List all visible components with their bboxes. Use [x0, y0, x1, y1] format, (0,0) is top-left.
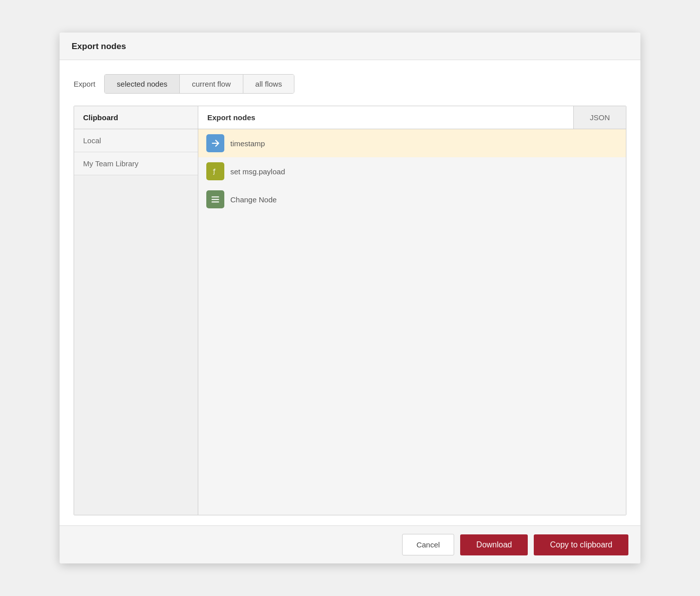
- dialog-footer: Cancel Download Copy to clipboard: [60, 525, 640, 563]
- tab-current-flow[interactable]: current flow: [180, 75, 243, 93]
- main-top-bar: Export nodes JSON: [198, 106, 626, 129]
- tab-all-flows[interactable]: all flows: [243, 75, 294, 93]
- download-button[interactable]: Download: [460, 534, 528, 555]
- export-label: Export: [74, 80, 95, 88]
- svg-text:ƒ: ƒ: [212, 168, 216, 175]
- node-item-set-msg-payload[interactable]: ƒ set msg.payload: [198, 157, 626, 185]
- sidebar-item-local[interactable]: Local: [74, 129, 198, 152]
- main-panel-title: Export nodes: [198, 106, 574, 129]
- node-item-timestamp[interactable]: timestamp: [198, 129, 626, 157]
- nodes-list: timestamp ƒ set msg.payload: [198, 129, 626, 515]
- export-nodes-dialog: Export nodes Export selected nodes curre…: [60, 33, 640, 563]
- format-json-button[interactable]: JSON: [574, 106, 626, 129]
- timestamp-icon: [206, 134, 224, 152]
- cancel-button[interactable]: Cancel: [402, 534, 455, 555]
- sidebar: Clipboard Local My Team Library: [74, 106, 198, 515]
- svg-rect-2: [212, 199, 219, 200]
- main-panel: Export nodes JSON timestamp: [198, 106, 626, 515]
- svg-rect-1: [212, 196, 219, 197]
- tab-selected-nodes[interactable]: selected nodes: [105, 75, 180, 93]
- svg-rect-3: [212, 201, 219, 202]
- clipboard-panel: Clipboard Local My Team Library Export n…: [74, 106, 626, 515]
- node-item-change-node[interactable]: Change Node: [198, 185, 626, 213]
- sidebar-empty-space: [74, 175, 198, 515]
- set-msg-payload-icon: ƒ: [206, 162, 224, 180]
- copy-to-clipboard-button[interactable]: Copy to clipboard: [534, 534, 628, 555]
- timestamp-label: timestamp: [230, 139, 265, 148]
- dialog-body: Export selected nodes current flow all f…: [60, 60, 640, 525]
- sidebar-item-team-library[interactable]: My Team Library: [74, 152, 198, 175]
- change-node-icon: [206, 190, 224, 208]
- set-msg-payload-label: set msg.payload: [230, 167, 285, 176]
- change-node-label: Change Node: [230, 195, 277, 204]
- dialog-title: Export nodes: [72, 42, 628, 52]
- export-row: Export selected nodes current flow all f…: [74, 74, 626, 94]
- dialog-header: Export nodes: [60, 33, 640, 60]
- tab-group: selected nodes current flow all flows: [104, 74, 294, 94]
- sidebar-header: Clipboard: [74, 106, 198, 129]
